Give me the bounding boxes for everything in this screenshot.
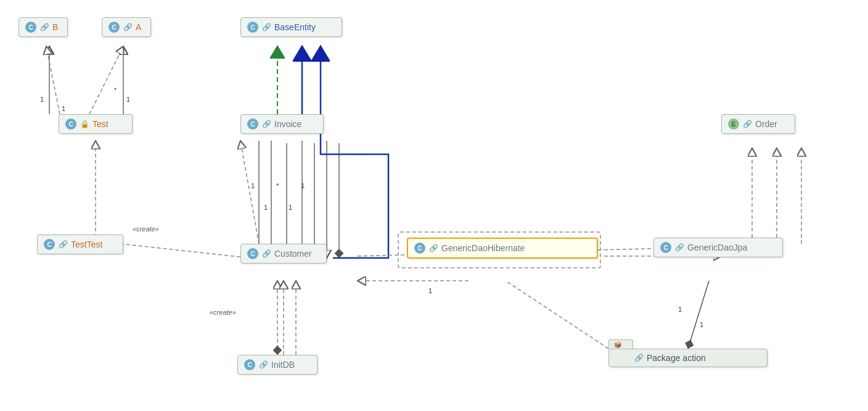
mult-inv-cust-1d: 1 — [301, 182, 305, 189]
stereotype-create2: «create» — [210, 309, 236, 316]
label-InitDB: InitDB — [271, 360, 295, 370]
icon-InitDB: C — [244, 359, 255, 370]
link-icon-PackageAction: 🔗 — [634, 353, 644, 363]
node-Order[interactable]: E 🔗 Order — [721, 114, 795, 134]
mult-gdh-1: 1 — [428, 287, 432, 294]
icon-TestTest: C — [44, 239, 55, 250]
label-GenericDaoHibernate: GenericDaoHibernate — [441, 243, 525, 253]
link-icon-Customer: 🔗 — [261, 249, 271, 259]
mult-a-1: 1 — [126, 96, 130, 103]
pkg-tab: 📦 — [608, 339, 633, 349]
mult-a-star: * — [114, 86, 117, 94]
node-BaseEntity[interactable]: C 🔗 BaseEntity — [240, 17, 342, 37]
link-icon-A: 🔗 — [123, 22, 133, 32]
icon-Invoice: C — [247, 118, 258, 130]
icon-B: C — [25, 22, 36, 33]
link-icon-GenericDaoHibernate: 🔗 — [428, 243, 438, 253]
link-icon-GenericDaoJpa: 🔗 — [674, 243, 684, 252]
node-Test[interactable]: C 🔒 Test — [59, 114, 133, 134]
node-Invoice[interactable]: C 🔗 Invoice — [240, 114, 324, 134]
node-B[interactable]: C 🔗 B — [18, 17, 68, 37]
diagram-canvas: 1 1 * 1 1 1 * 1 1 1 1 1 «create» «create… — [0, 0, 868, 411]
node-InitDB[interactable]: C 🔗 InitDB — [237, 355, 317, 375]
label-Invoice: Invoice — [274, 119, 301, 129]
label-B: B — [52, 22, 58, 32]
icon-GenericDaoHibernate: C — [414, 243, 425, 254]
link-icon-TestTest: 🔗 — [58, 239, 68, 249]
mult-b-diamond-1: 1 — [62, 105, 65, 112]
mult-inv-cust-1b: 1 — [264, 204, 268, 211]
label-GenericDaoJpa: GenericDaoJpa — [687, 243, 747, 252]
node-A[interactable]: C 🔗 A — [102, 17, 151, 37]
icon-Customer: C — [247, 248, 258, 259]
node-GenericDaoJpa[interactable]: C 🔗 GenericDaoJpa — [653, 238, 783, 257]
mult-b-1: 1 — [40, 96, 44, 103]
svg-line-15 — [120, 244, 250, 258]
label-A: A — [136, 22, 141, 32]
mult-inv-cust-1c: 1 — [289, 204, 292, 211]
svg-line-3 — [89, 46, 123, 114]
node-GenericDaoHibernate[interactable]: C 🔗 GenericDaoHibernate — [407, 238, 598, 259]
icon-Order: E — [728, 118, 739, 130]
svg-line-26 — [506, 281, 608, 349]
mult-gdj-1a: 1 — [678, 305, 682, 313]
label-BaseEntity: BaseEntity — [274, 22, 316, 32]
link-icon-BaseEntity: 🔗 — [261, 22, 271, 32]
svg-line-2 — [46, 46, 60, 114]
icon-A: C — [108, 22, 120, 33]
link-icon-InitDB: 🔗 — [258, 360, 268, 370]
label-Test: Test — [92, 119, 108, 129]
link-icon-Order: 🔗 — [742, 119, 752, 129]
node-Customer[interactable]: C 🔗 Customer — [240, 244, 327, 264]
label-TestTest: TestTest — [71, 239, 102, 249]
label-PackageAction: Package action — [647, 353, 706, 363]
lock-icon-Test: 🔒 — [80, 119, 89, 129]
icon-BaseEntity: C — [247, 22, 258, 33]
link-icon-B: 🔗 — [39, 22, 49, 32]
svg-line-25 — [688, 281, 709, 349]
svg-line-16 — [240, 141, 259, 244]
node-PackageAction[interactable]: 📦 🔗 Package action — [608, 349, 768, 367]
node-TestTest[interactable]: C 🔗 TestTest — [37, 235, 123, 254]
stereotype-create1: «create» — [133, 225, 159, 233]
icon-Test: C — [65, 118, 76, 130]
link-icon-Invoice: 🔗 — [261, 119, 271, 129]
mult-inv-cust-1a: 1 — [251, 182, 255, 189]
icon-GenericDaoJpa: C — [660, 242, 671, 253]
mult-gdj-1b: 1 — [700, 321, 703, 328]
label-Order: Order — [755, 119, 777, 129]
mult-inv-cust-star: * — [276, 182, 279, 189]
label-Customer: Customer — [274, 249, 312, 259]
